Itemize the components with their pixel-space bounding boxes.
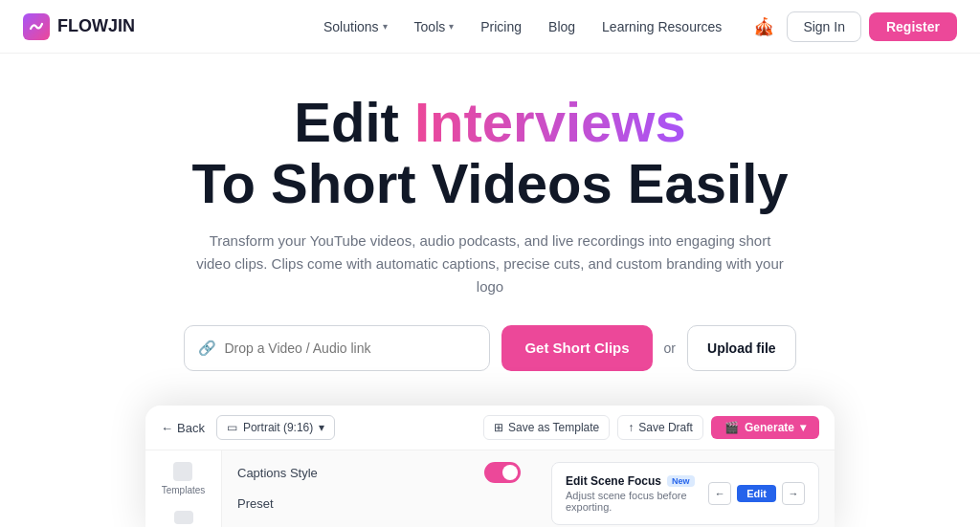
get-short-clips-button[interactable]: Get Short Clips [501,325,652,371]
url-input-wrapper: 🔗 [184,325,490,371]
nav-blog[interactable]: Blog [537,13,587,40]
captions-row: Captions Style [237,462,521,483]
back-button[interactable]: ← Back [161,421,205,435]
main-panel: Captions Style Preset [222,450,536,527]
hero-section: Edit Interviews To Short Videos Easily T… [0,54,980,390]
tools-chevron-icon: ▾ [449,21,454,32]
templates-icon [173,462,192,481]
input-row: 🔗 Get Short Clips or Upload file [23,325,957,371]
hero-gradient-word: Interviews [414,91,686,153]
sidebar-item-extra[interactable] [174,511,193,524]
video-icon: 🎬 [724,421,739,434]
preview-body: Templates Captions Style Preset Edit Sce… [145,450,835,527]
edit-nav: ← Edit → [708,482,805,505]
url-input[interactable] [224,340,476,356]
hero-line1: Edit Interviews [294,91,685,153]
preset-row: Preset [237,496,521,511]
logo[interactable]: FLOWJIN [23,13,135,40]
extra-icon [174,511,193,524]
prev-scene-button[interactable]: ← [708,482,731,505]
next-scene-button[interactable]: → [782,482,805,505]
orientation-chevron-icon: ▾ [319,421,324,434]
captions-toggle[interactable] [484,462,521,483]
or-divider: or [664,340,676,356]
preview-actions: ⊞ Save as Template ↑ Save Draft 🎬 Genera… [483,415,819,440]
back-arrow-icon: ← [161,421,173,435]
nav-links: Solutions ▾ Tools ▾ Pricing Blog Learnin… [312,13,733,40]
captions-label: Captions Style [237,466,473,480]
register-button[interactable]: Register [869,12,957,41]
hero-subtitle: Transform your YouTube videos, audio pod… [193,230,787,298]
sidebar-item-templates[interactable]: Templates [162,462,206,495]
generate-chevron-icon: ▾ [800,421,806,434]
logo-icon [23,13,50,40]
link-icon: 🔗 [198,340,216,357]
hero-line2: To Short Videos Easily [191,152,788,214]
upload-file-button[interactable]: Upload file [687,325,796,371]
preview-card: ← Back ▭ Portrait (9:16) ▾ ⊞ Save as Tem… [145,406,835,527]
preset-label: Preset [237,496,521,511]
sidebar-panel: Templates [145,450,222,527]
generate-button[interactable]: 🎬 Generate ▾ [711,416,819,439]
orientation-selector[interactable]: ▭ Portrait (9:16) ▾ [216,415,335,440]
solutions-chevron-icon: ▾ [383,21,388,32]
save-draft-icon: ↑ [628,421,634,434]
save-template-button[interactable]: ⊞ Save as Template [483,415,610,440]
scene-focus-card: Edit Scene Focus New Adjust scene focus … [551,462,819,525]
hero-heading: Edit Interviews To Short Videos Easily [23,92,957,214]
scene-focus-desc: Adjust scene focus before exporting. [566,490,699,513]
new-badge: New [667,475,695,487]
portrait-icon: ▭ [227,421,237,434]
scene-focus-text: Edit Scene Focus New Adjust scene focus … [566,474,699,513]
navbar: FLOWJIN Solutions ▾ Tools ▾ Pricing Blog… [0,0,980,54]
nav-solutions[interactable]: Solutions ▾ [312,13,399,40]
preview-topbar: ← Back ▭ Portrait (9:16) ▾ ⊞ Save as Tem… [145,406,835,450]
scene-focus-title: Edit Scene Focus New [566,474,699,488]
brand-name: FLOWJIN [57,16,135,36]
notification-icon[interactable]: 🎪 [748,11,779,42]
nav-tools[interactable]: Tools ▾ [403,13,466,40]
nav-learning[interactable]: Learning Resources [590,13,733,40]
save-draft-button[interactable]: ↑ Save Draft [617,415,703,440]
signin-button[interactable]: Sign In [787,11,861,42]
edit-button[interactable]: Edit [737,485,776,502]
nav-pricing[interactable]: Pricing [469,13,533,40]
save-template-icon: ⊞ [494,421,503,434]
